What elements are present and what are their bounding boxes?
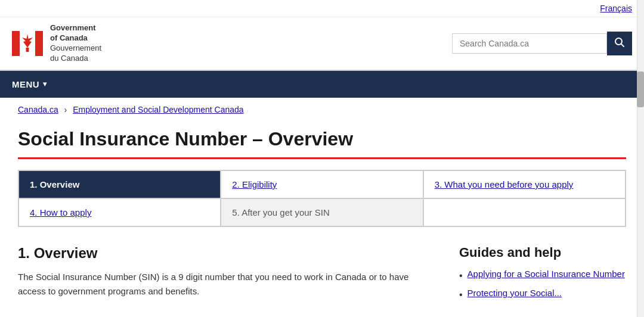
content-layout: 1. Overview The Social Insurance Number …: [18, 245, 626, 307]
scrollbar-track: [637, 0, 644, 317]
section-title: 1. Overview: [18, 245, 435, 262]
red-divider: [18, 157, 626, 159]
aside-link-item: Applying for a Social Insurance Number: [459, 269, 626, 283]
government-name: Government of Canada Gouvernement du Can…: [50, 23, 101, 64]
page-wrapper: Français Government of Canada Gouverneme…: [0, 0, 644, 317]
step-3-what-you-need[interactable]: 3. What you need before you apply: [423, 170, 626, 198]
aside-link-item-2: Protecting your Social...: [459, 288, 626, 302]
search-icon: [614, 37, 625, 48]
canada-flag-icon: [12, 31, 43, 56]
main-nav: MENU ▾: [0, 71, 644, 98]
svg-rect-0: [12, 31, 20, 56]
main-content: Social Insurance Number – Overview 1. Ov…: [0, 122, 644, 317]
svg-rect-1: [35, 31, 43, 56]
page-title: Social Insurance Number – Overview: [18, 128, 626, 150]
gov-name-en: Government of Canada: [50, 23, 101, 43]
gov-name-fr: Gouvernement du Canada: [50, 43, 101, 64]
content-main: 1. Overview The Social Insurance Number …: [18, 245, 435, 307]
chevron-down-icon: ▾: [43, 80, 47, 88]
svg-rect-4: [26, 48, 29, 52]
breadcrumb-canada[interactable]: Canada.ca: [18, 105, 58, 114]
aside-title: Guides and help: [459, 245, 626, 260]
breadcrumb: Canada.ca › Employment and Social Develo…: [0, 98, 644, 122]
step-2-eligibility[interactable]: 2. Eligibility: [221, 170, 423, 198]
aside-link-sin-application[interactable]: Applying for a Social Insurance Number: [467, 269, 625, 279]
site-header: Government of Canada Gouvernement du Can…: [0, 17, 644, 71]
aside-links-list: Applying for a Social Insurance Number P…: [459, 269, 626, 302]
menu-button[interactable]: MENU ▾: [12, 71, 47, 98]
search-input[interactable]: [452, 33, 607, 54]
step-4-how-to-apply[interactable]: 4. How to apply: [18, 198, 221, 226]
breadcrumb-esdc[interactable]: Employment and Social Development Canada: [73, 105, 243, 114]
step-1-overview[interactable]: 1. Overview: [18, 170, 221, 198]
section-body: The Social Insurance Number (SIN) is a 9…: [18, 270, 435, 299]
aside-link-protecting[interactable]: Protecting your Social...: [467, 288, 562, 298]
step-5-after-sin: 5. After you get your SIN: [221, 198, 423, 226]
search-area: [452, 32, 632, 55]
content-aside: Guides and help Applying for a Social In…: [459, 245, 626, 307]
top-bar: Français: [0, 0, 644, 17]
step-placeholder: [423, 198, 626, 226]
svg-line-6: [621, 43, 624, 46]
language-toggle[interactable]: Français: [600, 4, 632, 13]
logo-area: Government of Canada Gouvernement du Can…: [12, 23, 101, 64]
steps-nav: 1. Overview 2. Eligibility 3. What you n…: [18, 170, 626, 227]
menu-label: MENU: [12, 79, 39, 89]
scrollbar-thumb[interactable]: [637, 72, 644, 107]
search-button[interactable]: [607, 32, 632, 55]
breadcrumb-separator: ›: [64, 105, 67, 114]
